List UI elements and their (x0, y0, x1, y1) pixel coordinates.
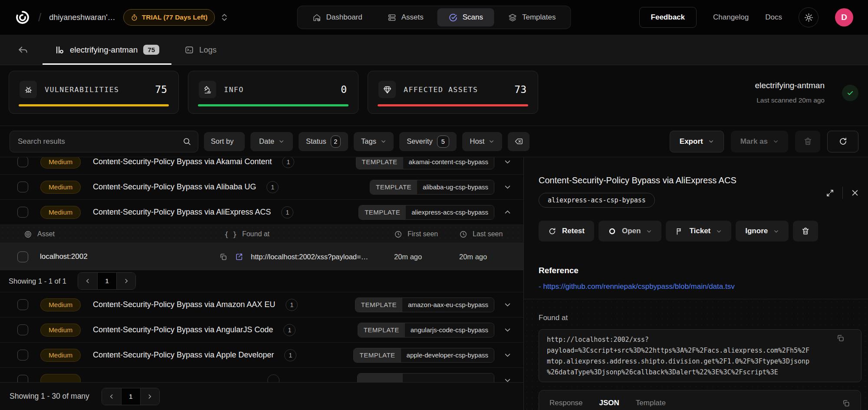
chevron-down-icon[interactable] (504, 183, 511, 191)
row-checkbox[interactable] (17, 207, 28, 218)
page-number[interactable]: 1 (121, 388, 140, 405)
nav-scans[interactable]: Scans (437, 8, 494, 26)
chevron-down-icon[interactable] (504, 301, 511, 308)
chevron-down-icon[interactable] (504, 377, 511, 382)
open-url-button[interactable] (235, 243, 243, 270)
trial-badge[interactable]: TRIAL (77 Days Left) (123, 9, 215, 26)
delete-button[interactable] (795, 131, 820, 152)
user-avatar[interactable]: D (835, 8, 853, 26)
org-name[interactable]: dhiyaneshwaran'… (49, 13, 115, 22)
template-badge[interactable]: TEMPLATE apple-developer-csp-bypass (353, 348, 494, 363)
row-checkbox[interactable] (17, 375, 28, 382)
retest-button[interactable]: Retest (539, 221, 594, 241)
nav-templates[interactable]: Templates (497, 8, 567, 26)
table-row[interactable]: Medium Content-Security-Policy Bypass vi… (0, 317, 523, 343)
template-badge[interactable]: TEMPLATE amazon-aax-eu-csp-bypass (355, 298, 494, 312)
nav-assets[interactable]: Assets (376, 8, 435, 26)
chevron-down-icon[interactable] (504, 351, 511, 359)
changelog-link[interactable]: Changelog (713, 13, 749, 22)
ignore-button[interactable]: Ignore (736, 221, 789, 241)
row-checkbox[interactable] (17, 324, 28, 335)
template-badge[interactable]: TEMPLATE alibaba-ug-csp-bypass (370, 180, 494, 195)
back-button[interactable] (17, 44, 29, 56)
tab-template[interactable]: Template (636, 399, 666, 407)
next-page-button[interactable] (140, 388, 159, 405)
delete-finding-button[interactable] (793, 221, 818, 241)
filter-host[interactable]: Host (462, 132, 502, 151)
close-panel-button[interactable] (851, 188, 859, 197)
table-row-partial-top: Medium Content-Security-Policy Bypass vi… (0, 157, 523, 175)
bug-icon (20, 81, 37, 98)
settings-button[interactable] (799, 7, 819, 27)
copy-response-button[interactable] (842, 399, 850, 407)
prev-page-button[interactable] (78, 273, 97, 289)
chevron-down-icon (381, 139, 386, 144)
vulnerability-title: Content-Security-Policy Bypass via Angul… (93, 325, 273, 334)
copy-url-button[interactable] (219, 243, 227, 270)
chevron-up-icon[interactable] (504, 208, 511, 216)
next-page-button[interactable] (116, 273, 135, 289)
chevron-down-icon[interactable] (504, 326, 511, 334)
vulnerability-title: Content-Security-Policy Bypass via Apple… (93, 350, 274, 360)
found-at-url-block[interactable]: http://localhost:2002/xss? payload=%3Csc… (539, 329, 861, 382)
template-badge[interactable] (357, 373, 494, 383)
template-badge[interactable]: TEMPLATE akamai-content-csp-bypass (356, 157, 495, 169)
table-row[interactable]: Medium Content-Security-Policy Bypass vi… (0, 343, 523, 368)
ticket-button[interactable]: Ticket (666, 221, 731, 241)
template-badge[interactable]: TEMPLATE aliexpress-acs-csp-bypass (358, 205, 494, 220)
template-id-pill[interactable]: aliexpress-acs-csp-bypass (539, 193, 655, 208)
table-row[interactable] (0, 368, 523, 382)
org-switcher-chevrons[interactable] (222, 14, 227, 21)
table-row[interactable]: Medium Content-Security-Policy Bypass vi… (0, 292, 523, 317)
table-row-partial-bottom (0, 368, 523, 382)
tab-json[interactable]: JSON (599, 399, 619, 407)
docs-link[interactable]: Docs (765, 13, 782, 22)
page-number[interactable]: 1 (97, 273, 116, 289)
trash-icon (801, 227, 810, 235)
row-checkbox[interactable] (17, 251, 28, 262)
scan-result-count-badge: 75 (143, 45, 159, 55)
row-checkbox[interactable] (17, 299, 28, 310)
expand-panel-button[interactable] (825, 188, 835, 198)
table-row-expanded[interactable]: Medium Content-Security-Policy Bypass vi… (0, 200, 523, 225)
copy-code-button[interactable] (836, 334, 845, 342)
clear-filters-button[interactable] (508, 132, 529, 151)
close-icon (851, 188, 859, 197)
filter-status[interactable]: Status 2 (299, 132, 348, 151)
detail-tabs: Response JSON Template (539, 390, 861, 410)
tab-response[interactable]: Response (549, 399, 583, 407)
first-seen-value: 20m ago (394, 243, 422, 270)
server-stack-icon (388, 13, 397, 22)
microscope-icon (199, 81, 216, 98)
mark-as-button[interactable]: Mark as (731, 131, 788, 152)
asset-result-row[interactable]: localhost:2002 http://localhost:2002/xss… (0, 243, 523, 270)
filter-tags[interactable]: Tags (354, 132, 394, 151)
expand-icon (825, 188, 835, 198)
filter-sort-by[interactable]: Sort by (204, 132, 245, 151)
prev-page-button[interactable] (102, 388, 121, 405)
result-count-badge (267, 374, 279, 383)
filter-severity[interactable]: Severity 5 (399, 132, 457, 151)
tab-scan-results[interactable]: electrifying-antman 75 (43, 35, 171, 65)
chevron-down-icon[interactable] (504, 158, 511, 165)
found-at-url[interactable]: http://localhost:2002/xss?payload=… (251, 243, 368, 270)
search-input[interactable] (10, 131, 198, 152)
template-badge[interactable]: TEMPLATE angularjs-code-csp-bypass (358, 323, 494, 337)
row-checkbox[interactable] (17, 350, 28, 360)
stopwatch-icon (131, 14, 138, 21)
open-status-button[interactable]: Open (598, 221, 661, 241)
table-row[interactable]: Medium Content-Security-Policy Bypass vi… (0, 157, 523, 175)
brand-logo-icon[interactable] (15, 10, 30, 25)
nav-dashboard[interactable]: Dashboard (301, 8, 374, 26)
refresh-button[interactable] (827, 131, 858, 152)
tab-logs[interactable]: Logs (171, 35, 230, 65)
row-checkbox[interactable] (17, 182, 28, 192)
clock-icon (459, 230, 467, 238)
row-checkbox[interactable] (17, 157, 28, 167)
column-found-at: { } Found at (224, 225, 270, 243)
feedback-button[interactable]: Feedback (639, 7, 697, 28)
filter-date[interactable]: Date (250, 132, 293, 151)
reference-link[interactable]: - https://github.com/renniepak/cspbypass… (539, 282, 735, 291)
export-button[interactable]: Export (670, 131, 724, 152)
table-row[interactable]: Medium Content-Security-Policy Bypass vi… (0, 175, 523, 200)
